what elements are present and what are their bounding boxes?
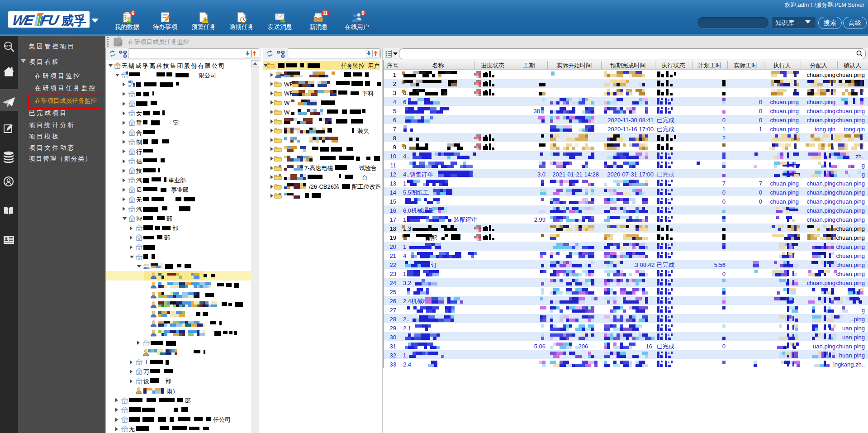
svg-text:SIPM: SIPM	[5, 44, 12, 47]
svg-text:WE: WE	[11, 12, 36, 28]
svg-text:威孚: 威孚	[61, 14, 86, 28]
